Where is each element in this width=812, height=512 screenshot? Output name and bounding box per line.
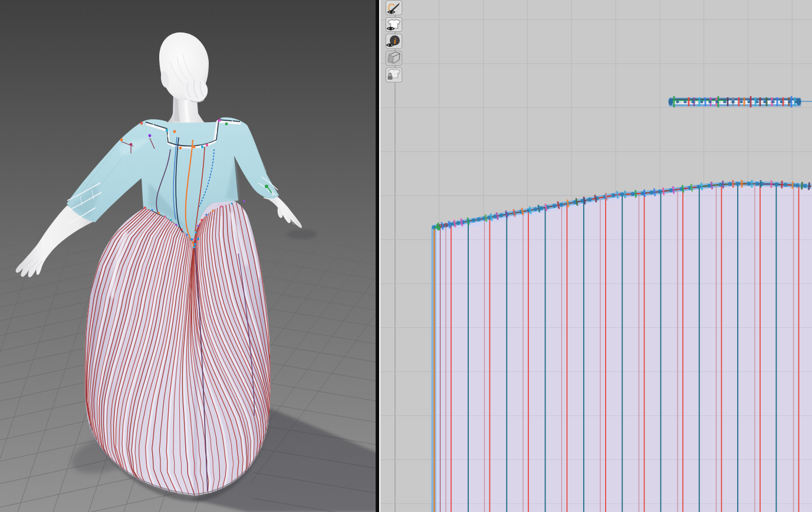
svg-text:i: i <box>394 37 396 45</box>
